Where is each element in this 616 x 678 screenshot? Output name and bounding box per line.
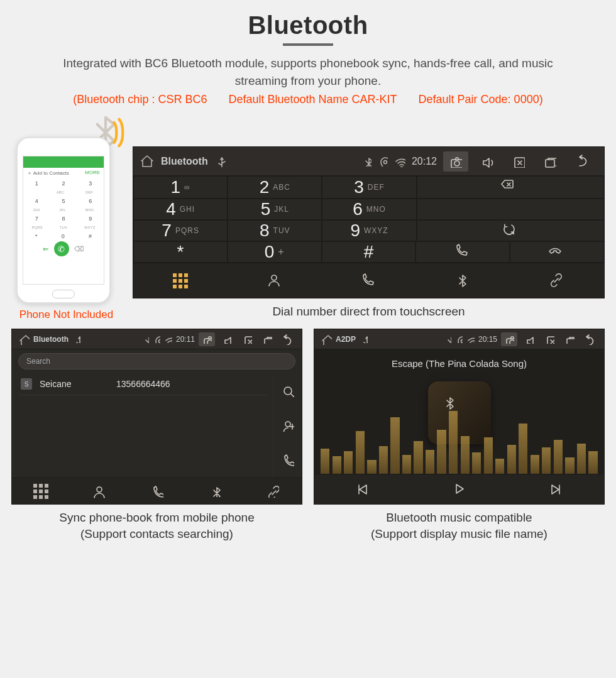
statusbar-title: Bluetooth bbox=[33, 335, 69, 344]
tab-pair[interactable] bbox=[510, 263, 604, 298]
next-icon bbox=[548, 482, 563, 497]
tab-pair[interactable] bbox=[244, 478, 302, 504]
key-hash[interactable]: # bbox=[322, 241, 416, 263]
contacts-caption: Sync phone-book from mobile phone(Suppor… bbox=[11, 505, 302, 543]
spec-name: Default Bluetooth Name CAR-KIT bbox=[228, 93, 397, 106]
next-track-button[interactable] bbox=[507, 474, 604, 504]
bluetooth-icon bbox=[209, 486, 221, 497]
title-underline bbox=[283, 43, 333, 46]
wifi-icon bbox=[164, 335, 172, 343]
key-0[interactable]: 0+ bbox=[228, 241, 322, 263]
key-6[interactable]: 6MNO bbox=[322, 199, 416, 220]
volume-button[interactable] bbox=[475, 151, 500, 172]
phone-icon bbox=[282, 454, 294, 466]
multitask-button[interactable] bbox=[561, 332, 578, 346]
call-contact-button[interactable] bbox=[273, 443, 302, 478]
add-contact-icon bbox=[282, 419, 294, 432]
spec-code: Default Pair Code: 0000) bbox=[419, 93, 543, 106]
tab-dialpad[interactable] bbox=[133, 263, 228, 298]
usb-icon bbox=[360, 335, 368, 343]
back-button[interactable] bbox=[581, 332, 598, 346]
add-contact-button[interactable] bbox=[273, 408, 302, 442]
bluetooth-spec-line: (Bluetooth chip : CSR BC6 Default Blueto… bbox=[11, 93, 605, 106]
swap-key[interactable] bbox=[417, 220, 604, 241]
key-5[interactable]: 5JKL bbox=[228, 199, 322, 220]
contact-initial: S bbox=[21, 378, 32, 390]
wifi-icon bbox=[394, 156, 405, 167]
tab-contacts[interactable] bbox=[228, 263, 322, 298]
key-8[interactable]: 8TUV bbox=[228, 220, 322, 241]
back-button[interactable] bbox=[279, 332, 295, 346]
tab-contacts[interactable] bbox=[70, 478, 128, 504]
contact-row[interactable]: S Seicane 13566664466 bbox=[18, 373, 267, 395]
usb-icon bbox=[214, 156, 226, 167]
prev-track-button[interactable] bbox=[314, 474, 411, 504]
statusbar-title: A2DP bbox=[336, 335, 356, 344]
search-input[interactable]: Search bbox=[18, 353, 295, 369]
phone-icon bbox=[360, 273, 377, 289]
back-button[interactable] bbox=[573, 151, 598, 172]
link-icon bbox=[267, 485, 279, 498]
equalizer-visualizer bbox=[314, 411, 604, 474]
statusbar-title: Bluetooth bbox=[161, 156, 208, 167]
screenshot-button[interactable] bbox=[501, 332, 517, 346]
home-icon[interactable] bbox=[18, 334, 30, 345]
spec-chip: (Bluetooth chip : CSR BC6 bbox=[73, 93, 207, 106]
person-icon bbox=[267, 273, 283, 289]
contact-name: Seicane bbox=[40, 379, 109, 389]
bluetooth-icon bbox=[141, 336, 149, 343]
contact-list[interactable]: S Seicane 13566664466 bbox=[12, 373, 273, 478]
play-pause-button[interactable] bbox=[411, 474, 508, 504]
volume-button[interactable] bbox=[219, 332, 235, 346]
dialer-device-screenshot: Bluetooth 20:12 1∞ 2ABC 3DEF bbox=[133, 146, 605, 298]
screenshot-button[interactable] bbox=[443, 151, 468, 172]
call-button[interactable] bbox=[415, 241, 510, 263]
key-7[interactable]: 7PQRS bbox=[133, 220, 228, 241]
backspace-key[interactable] bbox=[417, 176, 604, 199]
contact-number: 13566664466 bbox=[116, 379, 170, 389]
bluetooth-icon bbox=[455, 273, 470, 288]
multitask-button[interactable] bbox=[537, 151, 563, 172]
home-icon[interactable] bbox=[321, 334, 332, 345]
key-1[interactable]: 1∞ bbox=[133, 176, 228, 199]
home-icon[interactable] bbox=[140, 154, 155, 169]
close-app-button[interactable] bbox=[239, 332, 255, 346]
tab-call-log[interactable] bbox=[322, 263, 416, 298]
dialpad-icon bbox=[173, 273, 188, 288]
dialpad-icon bbox=[33, 484, 48, 499]
location-icon bbox=[455, 336, 463, 343]
key-4[interactable]: 4GHI bbox=[133, 199, 228, 220]
multitask-button[interactable] bbox=[259, 332, 275, 346]
bluetooth-icon bbox=[444, 336, 451, 343]
blank-key bbox=[417, 199, 604, 220]
tab-dialpad[interactable] bbox=[12, 478, 70, 504]
phone-not-included-note: Phone Not Included bbox=[11, 309, 121, 321]
search-button[interactable] bbox=[273, 373, 302, 408]
key-9[interactable]: 9WXYZ bbox=[322, 220, 416, 241]
prev-icon bbox=[355, 482, 370, 497]
tab-bluetooth[interactable] bbox=[415, 263, 510, 298]
phone-icon bbox=[151, 485, 163, 498]
a2dp-device-screenshot: A2DP 20:15 Escape (The Pina Colada Song) bbox=[314, 329, 605, 505]
bluetooth-icon bbox=[361, 156, 371, 167]
now-playing-title: Escape (The Pina Colada Song) bbox=[392, 358, 527, 369]
statusbar-time: 20:12 bbox=[412, 156, 437, 167]
volume-button[interactable] bbox=[521, 332, 537, 346]
key-3[interactable]: 3DEF bbox=[322, 176, 416, 199]
key-star[interactable]: * bbox=[133, 241, 228, 263]
mobile-phone-illustration: ＋ Add to ContactsMORE 123 ABCDEF 456 GHI… bbox=[11, 115, 118, 303]
link-icon bbox=[549, 273, 565, 289]
key-2[interactable]: 2ABC bbox=[228, 176, 322, 199]
a2dp-caption: Bluetooth music compatible(Support displ… bbox=[314, 505, 605, 543]
person-icon bbox=[92, 484, 106, 498]
search-icon bbox=[282, 385, 294, 397]
close-app-button[interactable] bbox=[506, 151, 531, 172]
dialpad: 1∞ 2ABC 3DEF 4GHI 5JKL 6MNO 7PQRS 8TUV 9… bbox=[133, 176, 604, 263]
page-title: Bluetooth bbox=[11, 11, 605, 40]
wifi-icon bbox=[466, 335, 475, 343]
close-app-button[interactable] bbox=[541, 332, 558, 346]
tab-bluetooth[interactable] bbox=[186, 478, 244, 504]
screenshot-button[interactable] bbox=[199, 332, 215, 346]
hangup-button[interactable] bbox=[510, 241, 604, 263]
tab-call-log[interactable] bbox=[128, 478, 185, 504]
